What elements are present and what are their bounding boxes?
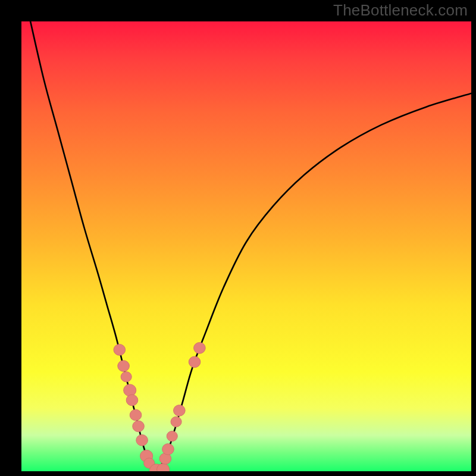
curve-layer (21, 21, 471, 471)
data-point (136, 434, 148, 446)
curve-right (156, 93, 471, 471)
data-point (121, 372, 131, 382)
data-point (133, 421, 145, 432)
curve-left (30, 21, 156, 471)
data-point (167, 431, 177, 441)
plot-area (21, 21, 471, 471)
data-point (126, 394, 138, 406)
data-point (162, 444, 174, 455)
data-point (189, 356, 201, 368)
data-point (130, 409, 142, 421)
data-point (171, 416, 181, 427)
data-point (174, 405, 186, 416)
data-point (118, 361, 130, 372)
data-point (194, 343, 206, 354)
watermark-label: TheBottleneck.com (333, 1, 468, 20)
data-markers (114, 343, 205, 471)
data-point (124, 384, 136, 396)
chart-frame: TheBottleneck.com (0, 0, 476, 476)
data-point (114, 345, 126, 356)
